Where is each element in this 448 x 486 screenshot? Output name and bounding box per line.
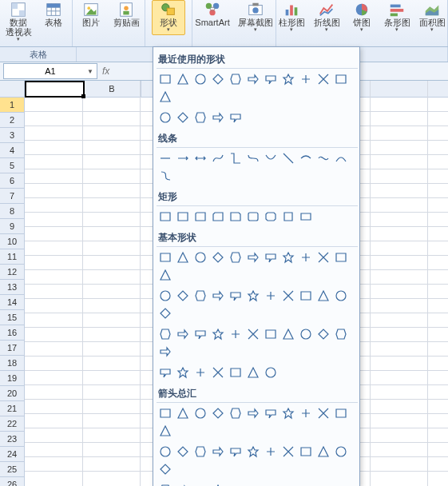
row-header-1[interactable]: 1 xyxy=(0,98,24,113)
shape-item[interactable] xyxy=(227,208,244,225)
shape-item[interactable] xyxy=(157,208,174,225)
area-button[interactable]: 面积图▾ xyxy=(415,0,448,35)
shape-item[interactable] xyxy=(280,208,297,225)
shape-item[interactable] xyxy=(244,208,262,225)
shape-item[interactable] xyxy=(174,70,192,88)
shape-item[interactable] xyxy=(209,325,227,343)
shape-item[interactable] xyxy=(332,149,350,167)
shape-item[interactable] xyxy=(297,149,315,167)
shape-item[interactable] xyxy=(157,109,174,126)
shape-item[interactable] xyxy=(262,249,280,266)
row-header-24[interactable]: 24 xyxy=(0,447,24,462)
shape-item[interactable] xyxy=(244,443,262,460)
shape-item[interactable] xyxy=(227,404,244,422)
shape-item[interactable] xyxy=(209,149,227,167)
shape-item[interactable] xyxy=(262,70,280,88)
shape-item[interactable] xyxy=(244,404,262,422)
shape-item[interactable] xyxy=(332,287,350,305)
shape-item[interactable] xyxy=(157,481,174,486)
row-header-4[interactable]: 4 xyxy=(0,143,24,158)
shape-item[interactable] xyxy=(297,404,315,422)
shape-item[interactable] xyxy=(297,70,315,88)
shape-item[interactable] xyxy=(262,404,280,422)
shape-item[interactable] xyxy=(315,249,332,266)
row-header-22[interactable]: 22 xyxy=(0,416,24,432)
shape-item[interactable] xyxy=(227,149,244,167)
shape-item[interactable] xyxy=(227,443,244,460)
row-header-5[interactable]: 5 xyxy=(0,158,24,173)
shape-item[interactable] xyxy=(280,325,297,343)
shape-item[interactable] xyxy=(280,149,297,167)
smartart-button[interactable]: SmartArt xyxy=(192,0,232,35)
row-header-2[interactable]: 2 xyxy=(0,113,24,128)
shape-item[interactable] xyxy=(315,70,332,88)
active-cell[interactable] xyxy=(25,81,85,98)
shape-item[interactable] xyxy=(157,422,174,440)
shape-item[interactable] xyxy=(244,364,262,381)
shape-item[interactable] xyxy=(209,364,227,381)
shape-item[interactable] xyxy=(297,325,315,343)
row-header-9[interactable]: 9 xyxy=(0,219,24,234)
shape-item[interactable] xyxy=(157,287,174,305)
pivot-button[interactable]: 数据透视表▾ xyxy=(2,0,35,35)
shape-item[interactable] xyxy=(280,443,297,460)
shape-item[interactable] xyxy=(209,70,227,88)
clipart-button[interactable]: 剪贴画 xyxy=(109,0,143,35)
row-header-11[interactable]: 11 xyxy=(0,249,24,265)
shape-item[interactable] xyxy=(244,149,262,167)
row-header-8[interactable]: 8 xyxy=(0,204,24,219)
shape-item[interactable] xyxy=(174,364,192,381)
shape-item[interactable] xyxy=(192,208,209,225)
shape-item[interactable] xyxy=(332,325,350,343)
row-header-3[interactable]: 3 xyxy=(0,128,24,143)
shape-item[interactable] xyxy=(174,109,192,126)
shape-item[interactable] xyxy=(332,249,350,266)
table-button[interactable]: 表格 xyxy=(37,0,70,35)
shape-item[interactable] xyxy=(315,287,332,305)
shape-item[interactable] xyxy=(227,70,244,88)
row-header-13[interactable]: 13 xyxy=(0,280,24,295)
shape-item[interactable] xyxy=(209,404,227,422)
row-header-25[interactable]: 25 xyxy=(0,462,24,477)
shape-item[interactable] xyxy=(262,287,280,305)
shape-item[interactable] xyxy=(157,305,174,322)
shape-item[interactable] xyxy=(174,249,192,266)
shape-item[interactable] xyxy=(157,443,174,460)
row-header-18[interactable]: 18 xyxy=(0,356,24,371)
shape-item[interactable] xyxy=(192,404,209,422)
shape-item[interactable] xyxy=(192,325,209,343)
shape-item[interactable] xyxy=(174,443,192,460)
shape-item[interactable] xyxy=(192,109,209,126)
shape-item[interactable] xyxy=(297,287,315,305)
row-header-6[interactable]: 6 xyxy=(0,173,24,189)
shape-item[interactable] xyxy=(174,287,192,305)
shape-item[interactable] xyxy=(227,287,244,305)
row-header-14[interactable]: 14 xyxy=(0,295,24,310)
line-button[interactable]: 折线图▾ xyxy=(310,0,343,35)
shape-item[interactable] xyxy=(192,364,209,381)
select-all-corner[interactable] xyxy=(0,81,25,98)
shape-item[interactable] xyxy=(192,287,209,305)
shape-item[interactable] xyxy=(209,249,227,266)
shape-item[interactable] xyxy=(280,70,297,88)
row-header-17[interactable]: 17 xyxy=(0,341,24,356)
shape-item[interactable] xyxy=(192,70,209,88)
shape-item[interactable] xyxy=(192,443,209,460)
shape-item[interactable] xyxy=(157,249,174,266)
shape-item[interactable] xyxy=(174,481,192,486)
shape-item[interactable] xyxy=(262,443,280,460)
shape-item[interactable] xyxy=(244,249,262,266)
shape-item[interactable] xyxy=(209,109,227,126)
picture-button[interactable]: 图片 xyxy=(74,0,108,35)
row-header-10[interactable]: 10 xyxy=(0,234,24,249)
shape-item[interactable] xyxy=(244,325,262,343)
shape-item[interactable] xyxy=(315,443,332,460)
pie-button[interactable]: 饼图▾ xyxy=(345,0,379,35)
shape-item[interactable] xyxy=(227,364,244,381)
shape-item[interactable] xyxy=(157,325,174,343)
shape-item[interactable] xyxy=(244,70,262,88)
shape-item[interactable] xyxy=(227,325,244,343)
row-header-12[interactable]: 12 xyxy=(0,265,24,280)
shape-item[interactable] xyxy=(280,287,297,305)
shape-item[interactable] xyxy=(157,460,174,478)
